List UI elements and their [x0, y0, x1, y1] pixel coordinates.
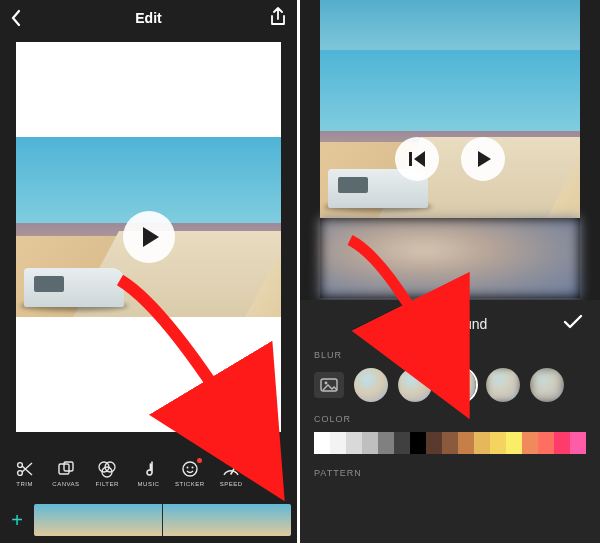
- tool-label: STICKER: [175, 481, 205, 487]
- prev-button[interactable]: [395, 137, 439, 181]
- tool-label: TRIM: [16, 481, 33, 487]
- tool-label: SPEED: [220, 481, 243, 487]
- bg-icon: [263, 459, 281, 479]
- add-clip-button[interactable]: +: [0, 497, 34, 543]
- background-panel: Background BLUR COLOR PATTERN: [300, 300, 600, 543]
- blur-option-4[interactable]: [486, 368, 520, 402]
- tool-label: CANVAS: [52, 481, 79, 487]
- tool-label: MUSIC: [138, 481, 160, 487]
- play-button[interactable]: [461, 137, 505, 181]
- color-swatch[interactable]: [410, 432, 426, 454]
- edit-toolbar: TRIM CANVAS FILTER MUSIC STICKER SPE: [0, 449, 297, 497]
- color-swatch[interactable]: [314, 432, 330, 454]
- confirm-icon[interactable]: [562, 313, 584, 334]
- back-icon[interactable]: [10, 9, 22, 30]
- video-canvas[interactable]: [320, 0, 580, 298]
- color-swatch[interactable]: [474, 432, 490, 454]
- tool-canvas[interactable]: CANVAS: [48, 459, 84, 487]
- svg-point-7: [183, 462, 197, 476]
- section-color-label: COLOR: [314, 414, 586, 424]
- color-swatches[interactable]: [314, 432, 586, 454]
- top-bar: Edit: [0, 0, 297, 36]
- color-swatch[interactable]: [426, 432, 442, 454]
- tool-label: FILTER: [96, 481, 119, 487]
- tool-label: BG: [267, 481, 277, 487]
- page-title: Edit: [135, 10, 161, 26]
- tool-sticker[interactable]: STICKER: [172, 459, 208, 487]
- svg-point-8: [186, 467, 188, 469]
- blur-option-1[interactable]: [354, 368, 388, 402]
- panel-title: Background: [413, 316, 488, 332]
- color-swatch[interactable]: [554, 432, 570, 454]
- section-pattern-label: PATTERN: [314, 468, 586, 478]
- tool-music[interactable]: MUSIC: [130, 459, 166, 487]
- color-swatch[interactable]: [522, 432, 538, 454]
- speed-icon: [221, 459, 241, 479]
- tool-speed[interactable]: SPEED: [213, 459, 249, 487]
- color-swatch[interactable]: [506, 432, 522, 454]
- edit-screen: Edit TRIM CANVAS FILTER: [0, 0, 300, 543]
- tool-filter[interactable]: FILTER: [89, 459, 125, 487]
- play-button[interactable]: [123, 211, 175, 263]
- svg-point-11: [325, 382, 328, 385]
- video-canvas[interactable]: [16, 42, 281, 432]
- blur-options: [314, 368, 586, 402]
- share-icon[interactable]: [269, 7, 287, 30]
- color-swatch[interactable]: [538, 432, 554, 454]
- filter-icon: [97, 459, 117, 479]
- color-swatch[interactable]: [458, 432, 474, 454]
- color-swatch[interactable]: [570, 432, 586, 454]
- canvas-icon: [57, 459, 75, 479]
- svg-point-1: [17, 471, 22, 476]
- tool-bg[interactable]: BG: [254, 459, 290, 487]
- tool-trim[interactable]: TRIM: [7, 459, 43, 487]
- blur-option-5[interactable]: [530, 368, 564, 402]
- svg-point-9: [191, 467, 193, 469]
- color-swatch[interactable]: [442, 432, 458, 454]
- color-swatch[interactable]: [330, 432, 346, 454]
- scissors-icon: [16, 459, 34, 479]
- timeline-row: + 0:05.0 TOTAL 0:20.0: [0, 497, 297, 543]
- notification-dot-icon: [197, 458, 202, 463]
- sticker-icon: [181, 459, 199, 479]
- color-swatch[interactable]: [346, 432, 362, 454]
- blur-option-3[interactable]: [442, 368, 476, 402]
- background-screen: Background BLUR COLOR PATTERN: [300, 0, 600, 543]
- color-swatch[interactable]: [394, 432, 410, 454]
- color-swatch[interactable]: [378, 432, 394, 454]
- svg-point-0: [17, 463, 22, 468]
- timeline[interactable]: 0:05.0 TOTAL 0:20.0: [34, 504, 291, 536]
- pick-image-button[interactable]: [314, 372, 344, 398]
- music-icon: [141, 459, 155, 479]
- color-swatch[interactable]: [490, 432, 506, 454]
- color-swatch[interactable]: [362, 432, 378, 454]
- blur-option-2[interactable]: [398, 368, 432, 402]
- section-blur-label: BLUR: [314, 350, 586, 360]
